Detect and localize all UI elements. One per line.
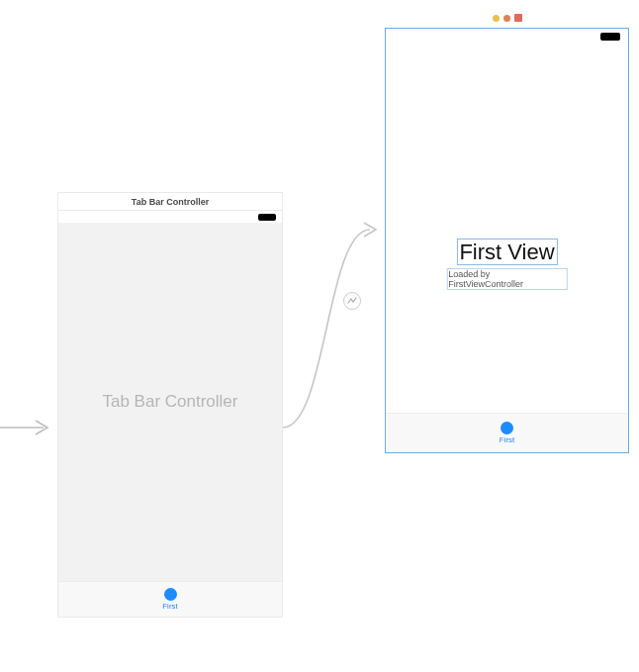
- scene-tab-bar-controller[interactable]: Tab Bar Controller Tab Bar Controller Fi…: [57, 192, 283, 618]
- segue-relationship-icon[interactable]: [343, 292, 361, 310]
- statusbar: [58, 211, 282, 223]
- tab-bar-controller-placeholder-label: Tab Bar Controller: [102, 392, 237, 412]
- tab-bar-controller-body[interactable]: Tab Bar Controller: [58, 223, 282, 581]
- scene-first-view[interactable]: First View Loaded by FirstViewController…: [385, 28, 629, 453]
- scene-first-view-wrapper: First View Loaded by FirstViewController…: [385, 11, 629, 456]
- traffic-light-orange-icon[interactable]: [503, 15, 510, 22]
- battery-icon: [258, 214, 276, 221]
- statusbar: [386, 29, 628, 43]
- tab-bar[interactable]: First: [58, 581, 282, 617]
- first-view-subtitle-label[interactable]: Loaded by FirstViewController: [446, 268, 568, 290]
- tab-bar[interactable]: First: [386, 413, 628, 452]
- battery-icon: [600, 33, 620, 41]
- tab-item-label: First: [162, 602, 178, 611]
- tab-item-first[interactable]: First: [162, 588, 178, 611]
- scene-selection-titlebar[interactable]: [385, 11, 629, 25]
- first-view-content[interactable]: First View Loaded by FirstViewController: [386, 43, 628, 413]
- first-view-title-label[interactable]: First View: [456, 239, 557, 265]
- tab-item-dot-icon: [164, 588, 177, 601]
- scene-title-label: Tab Bar Controller: [132, 197, 209, 207]
- tab-item-dot-icon: [501, 422, 513, 434]
- scene-titlebar[interactable]: Tab Bar Controller: [58, 193, 282, 211]
- tab-item-label: First: [500, 435, 515, 444]
- storyboard-canvas[interactable]: Tab Bar Controller Tab Bar Controller Fi…: [0, 0, 639, 672]
- tab-item-first[interactable]: First: [500, 422, 515, 444]
- traffic-light-yellow-icon[interactable]: [493, 15, 500, 22]
- traffic-light-red-icon[interactable]: [514, 14, 522, 22]
